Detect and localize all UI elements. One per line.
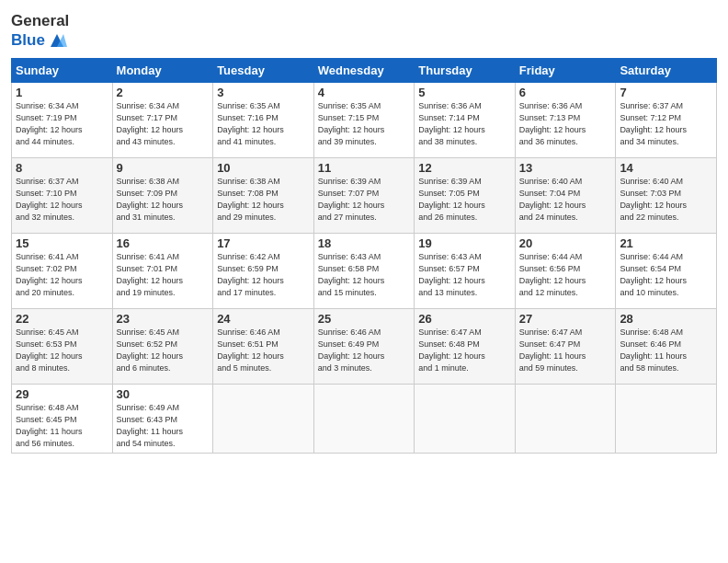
day-info: Sunrise: 6:49 AMSunset: 6:43 PMDaylight:… [117,402,210,450]
calendar-day-header: Tuesday [213,58,314,82]
day-number: 30 [117,387,210,401]
day-number: 12 [418,161,511,175]
calendar-cell [616,384,717,453]
day-number: 22 [16,312,108,326]
logo: General Blue [11,13,69,51]
day-info: Sunrise: 6:35 AMSunset: 7:16 PMDaylight:… [217,100,310,148]
day-info: Sunrise: 6:38 AMSunset: 7:09 PMDaylight:… [117,176,210,224]
day-info: Sunrise: 6:44 AMSunset: 6:56 PMDaylight:… [519,251,612,299]
calendar-cell [515,384,616,453]
day-number: 9 [117,161,210,175]
day-info: Sunrise: 6:36 AMSunset: 7:13 PMDaylight:… [519,100,612,148]
calendar-table: SundayMondayTuesdayWednesdayThursdayFrid… [11,58,717,454]
day-number: 24 [217,312,310,326]
calendar-cell: 5Sunrise: 6:36 AMSunset: 7:14 PMDaylight… [415,82,516,157]
day-info: Sunrise: 6:48 AMSunset: 6:45 PMDaylight:… [16,402,108,450]
calendar-cell: 26Sunrise: 6:47 AMSunset: 6:48 PMDayligh… [415,308,516,384]
day-number: 27 [519,312,612,326]
calendar-cell: 8Sunrise: 6:37 AMSunset: 7:10 PMDaylight… [12,157,113,233]
day-number: 3 [217,86,310,99]
day-info: Sunrise: 6:43 AMSunset: 6:57 PMDaylight:… [418,251,511,299]
day-number: 29 [16,387,108,401]
calendar-cell: 2Sunrise: 6:34 AMSunset: 7:17 PMDaylight… [112,82,213,157]
day-number: 11 [318,161,411,175]
day-number: 16 [117,236,210,250]
day-number: 17 [217,236,310,250]
calendar-cell: 6Sunrise: 6:36 AMSunset: 7:13 PMDaylight… [515,82,616,157]
calendar-cell [415,384,516,453]
day-number: 2 [117,86,210,99]
calendar-cell: 27Sunrise: 6:47 AMSunset: 6:47 PMDayligh… [515,308,616,384]
calendar-week-row: 22Sunrise: 6:45 AMSunset: 6:53 PMDayligh… [12,308,717,384]
calendar-day-header: Sunday [12,58,113,82]
calendar-cell: 16Sunrise: 6:41 AMSunset: 7:01 PMDayligh… [112,233,213,308]
calendar-cell: 12Sunrise: 6:39 AMSunset: 7:05 PMDayligh… [415,157,516,233]
calendar-cell [313,384,415,453]
day-info: Sunrise: 6:37 AMSunset: 7:10 PMDaylight:… [16,176,108,224]
calendar-header-row: SundayMondayTuesdayWednesdayThursdayFrid… [12,58,717,82]
calendar-cell: 13Sunrise: 6:40 AMSunset: 7:04 PMDayligh… [515,157,616,233]
calendar-week-row: 29Sunrise: 6:48 AMSunset: 6:45 PMDayligh… [12,384,717,453]
day-number: 10 [217,161,310,175]
calendar-cell: 1Sunrise: 6:34 AMSunset: 7:19 PMDaylight… [12,82,113,157]
calendar-day-header: Wednesday [313,58,415,82]
day-number: 25 [318,312,411,326]
day-info: Sunrise: 6:36 AMSunset: 7:14 PMDaylight:… [418,100,511,148]
calendar-cell: 18Sunrise: 6:43 AMSunset: 6:58 PMDayligh… [313,233,415,308]
logo-blue: Blue [11,31,45,50]
calendar-cell: 21Sunrise: 6:44 AMSunset: 6:54 PMDayligh… [616,233,717,308]
day-info: Sunrise: 6:48 AMSunset: 6:46 PMDaylight:… [620,327,712,374]
calendar-cell: 9Sunrise: 6:38 AMSunset: 7:09 PMDaylight… [112,157,213,233]
day-info: Sunrise: 6:38 AMSunset: 7:08 PMDaylight:… [217,176,310,224]
calendar-cell: 23Sunrise: 6:45 AMSunset: 6:52 PMDayligh… [112,308,213,384]
day-info: Sunrise: 6:45 AMSunset: 6:53 PMDaylight:… [16,327,108,374]
calendar-cell: 28Sunrise: 6:48 AMSunset: 6:46 PMDayligh… [616,308,717,384]
calendar-cell: 7Sunrise: 6:37 AMSunset: 7:12 PMDaylight… [616,82,717,157]
day-info: Sunrise: 6:39 AMSunset: 7:07 PMDaylight:… [318,176,411,224]
calendar-cell: 22Sunrise: 6:45 AMSunset: 6:53 PMDayligh… [12,308,113,384]
calendar-day-header: Thursday [415,58,516,82]
calendar-cell: 4Sunrise: 6:35 AMSunset: 7:15 PMDaylight… [313,82,415,157]
day-number: 21 [620,236,712,250]
day-number: 4 [318,86,411,99]
calendar-cell: 25Sunrise: 6:46 AMSunset: 6:49 PMDayligh… [313,308,415,384]
day-info: Sunrise: 6:44 AMSunset: 6:54 PMDaylight:… [620,251,712,299]
calendar-day-header: Saturday [616,58,717,82]
calendar-cell: 11Sunrise: 6:39 AMSunset: 7:07 PMDayligh… [313,157,415,233]
day-number: 15 [16,236,108,250]
logo-icon [47,30,67,51]
day-info: Sunrise: 6:46 AMSunset: 6:49 PMDaylight:… [318,327,411,374]
calendar-week-row: 15Sunrise: 6:41 AMSunset: 7:02 PMDayligh… [12,233,717,308]
calendar-week-row: 8Sunrise: 6:37 AMSunset: 7:10 PMDaylight… [12,157,717,233]
day-info: Sunrise: 6:37 AMSunset: 7:12 PMDaylight:… [620,100,712,148]
day-number: 8 [16,161,108,175]
day-info: Sunrise: 6:47 AMSunset: 6:47 PMDaylight:… [519,327,612,374]
day-info: Sunrise: 6:42 AMSunset: 6:59 PMDaylight:… [217,251,310,299]
day-info: Sunrise: 6:34 AMSunset: 7:19 PMDaylight:… [16,100,108,148]
day-info: Sunrise: 6:34 AMSunset: 7:17 PMDaylight:… [117,100,210,148]
day-info: Sunrise: 6:41 AMSunset: 7:02 PMDaylight:… [16,251,108,299]
day-number: 7 [620,86,712,99]
day-info: Sunrise: 6:35 AMSunset: 7:15 PMDaylight:… [318,100,411,148]
logo-general: General [11,13,69,30]
day-info: Sunrise: 6:41 AMSunset: 7:01 PMDaylight:… [117,251,210,299]
day-number: 6 [519,86,612,99]
calendar-week-row: 1Sunrise: 6:34 AMSunset: 7:19 PMDaylight… [12,82,717,157]
day-info: Sunrise: 6:39 AMSunset: 7:05 PMDaylight:… [418,176,511,224]
day-info: Sunrise: 6:46 AMSunset: 6:51 PMDaylight:… [217,327,310,374]
calendar-cell: 3Sunrise: 6:35 AMSunset: 7:16 PMDaylight… [213,82,314,157]
day-number: 1 [16,86,108,99]
calendar-cell [213,384,314,453]
day-info: Sunrise: 6:40 AMSunset: 7:03 PMDaylight:… [620,176,712,224]
day-number: 23 [117,312,210,326]
calendar-cell: 10Sunrise: 6:38 AMSunset: 7:08 PMDayligh… [213,157,314,233]
calendar-cell: 30Sunrise: 6:49 AMSunset: 6:43 PMDayligh… [112,384,213,453]
day-number: 5 [418,86,511,99]
day-number: 13 [519,161,612,175]
day-number: 20 [519,236,612,250]
day-number: 14 [620,161,712,175]
calendar-day-header: Monday [112,58,213,82]
day-info: Sunrise: 6:45 AMSunset: 6:52 PMDaylight:… [117,327,210,374]
calendar-cell: 20Sunrise: 6:44 AMSunset: 6:56 PMDayligh… [515,233,616,308]
day-number: 18 [318,236,411,250]
